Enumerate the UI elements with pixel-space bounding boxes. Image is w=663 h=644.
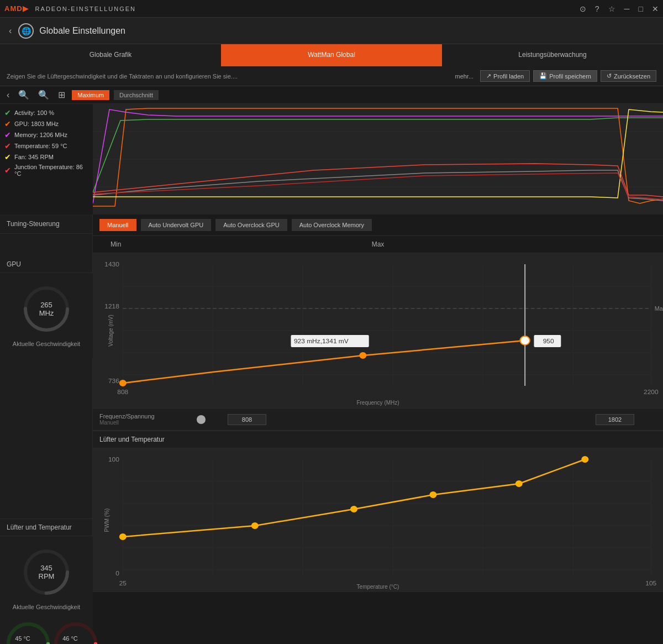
mode-maximum-btn[interactable]: Maximum [72,90,109,100]
monitor-chart [93,104,663,214]
zoom-in-btn[interactable]: 🔍 [16,88,31,101]
gpu-gauge-area: 265 MHz Aktuelle Geschwindigkeit [0,273,93,358]
svg-text:950: 950 [543,338,554,344]
app-header: ‹ 🌐 Globale Einstellungen [0,18,663,44]
tuning-manuell-btn[interactable]: Manuell [99,219,136,231]
svg-rect-41 [93,448,663,592]
window-controls: ⊙ ? ☆ ─ □ ✕ [580,4,659,13]
tuning-overclock-gpu-btn[interactable]: Auto Overclock GPU [215,219,287,231]
legend-junction: ✔ Junction Temperature: 86 °C [4,164,88,177]
current-temp-gauge: 45 °C CurrentTemperature [3,619,42,644]
tab-wattman[interactable]: WattMan Global [221,44,442,66]
svg-point-60 [350,506,357,512]
monitor-legend: ✔ Activity: 100 % ✔ GPU: 1803 MHz ✔ Memo… [0,104,93,214]
freq-min-input[interactable] [228,414,266,425]
tab-leistung[interactable]: Leistungsüberwachung [442,44,663,66]
svg-point-61 [429,491,436,498]
junction-temp-value: 46 °C [62,635,78,642]
minimize-icon[interactable]: ─ [624,4,630,13]
svg-text:Max: Max [655,306,663,312]
gpu-sidebar-label: GPU [0,256,92,273]
page-title: Globale Einstellungen [39,26,125,36]
gpu-chart-container: Voltage (mV) 1430 12 [93,253,663,408]
fan-chart-svg: 100 0 25 105 [93,448,663,592]
left-sidebar: Tuning-Steuerung GPU 265 MHz Aktuelle Ge… [0,214,93,644]
legend-activity: ✔ Activity: 100 % [4,108,88,117]
gpu-minmax-row: Min Max [93,236,663,253]
fan-y-axis-label: PWM (%) [104,509,110,532]
junction-temp-ring: 46 °C [51,619,90,644]
freq-voltage-toggle[interactable] [197,415,206,424]
svg-text:0: 0 [115,570,119,576]
svg-point-58 [119,533,127,540]
app-title: RADEON-EINSTELLUNGEN [35,6,580,12]
gpu-x-axis-label: Frequency (MHz) [356,400,399,406]
fan-speed-gauge: 345 RPM [22,547,71,597]
svg-point-35 [359,352,366,359]
fan-gauge-label: Aktuelle Geschwindigkeit [13,604,80,610]
fan-gauge-value: 345 RPM [34,564,59,580]
legend-gpu: ✔ GPU: 1803 MHz [4,119,88,128]
freq-voltage-sub-label: Manuell [99,420,192,426]
freq-values [206,414,656,425]
close-icon[interactable]: ✕ [652,4,659,13]
profil-speichern-button[interactable]: 💾 Profil speichern [533,70,597,82]
fan-sidebar-label: Lüfter und Temperatur [0,519,92,536]
monitor-area: ✔ Activity: 100 % ✔ GPU: 1803 MHz ✔ Memo… [0,104,663,214]
svg-text:808: 808 [117,389,128,395]
tuning-overclock-mem-btn[interactable]: Auto Overclock Memory [292,219,372,231]
monitor-back-btn[interactable]: ‹ [4,89,12,101]
fullscreen-btn[interactable]: ⊞ [56,88,67,101]
fan-chart-container: PWM (%) 100 0 [93,448,663,592]
monitor-controls: ‹ 🔍 🔍 ⊞ Maximum Durchschnitt [0,86,663,104]
legend-temperature: ✔ Temperature: 59 °C [4,142,88,150]
svg-point-62 [515,480,523,487]
main-content: Manuell Auto Undervolt GPU Auto Overcloc… [93,214,663,644]
tuning-buttons-bar: Manuell Auto Undervolt GPU Auto Overcloc… [93,214,663,236]
fan-x-axis-label: Temperature (°C) [357,584,399,590]
svg-point-59 [251,522,259,529]
gpu-speed-gauge: 265 MHz [22,284,71,334]
svg-text:25: 25 [119,580,127,586]
profil-laden-button[interactable]: ↗ Profil laden [480,70,530,82]
current-temp-value: 45 °C [15,635,30,642]
current-temp-ring: 45 °C [3,619,42,644]
svg-point-36 [520,336,529,345]
zoom-out-btn[interactable]: 🔍 [36,88,51,101]
help-icon[interactable]: ? [595,4,599,13]
fan-gauge-area: 345 RPM Aktuelle Geschwindigkeit 45 °C C… [0,536,93,644]
tabs-bar: Globale Grafik WattMan Global Leistungsü… [0,44,663,66]
activity-icon[interactable]: ⊙ [580,4,586,13]
freq-max-input[interactable] [596,414,634,425]
gpu-gauge-value: 265 MHz [34,301,59,317]
legend-fan: ✔ Fan: 345 RPM [4,153,88,161]
main-layout: Tuning-Steuerung GPU 265 MHz Aktuelle Ge… [0,214,663,644]
back-button[interactable]: ‹ [9,26,12,36]
temp-gauges: 45 °C CurrentTemperature 46 °C JunctionT… [3,619,90,644]
svg-text:1218: 1218 [104,303,119,309]
gpu-min-label: Min [110,240,121,248]
tuning-section-header: Tuning-Steuerung [0,214,92,234]
legend-memory: ✔ Memory: 1206 MHz [4,130,88,139]
freq-voltage-label: Frequenz/Spannung Manuell [99,413,192,426]
svg-text:1430: 1430 [104,261,119,267]
zuruecksetzen-button[interactable]: ↺ Zurücksetzen [601,70,656,82]
svg-text:105: 105 [645,580,656,586]
fan-section-title: Lüfter und Temperatur [93,430,663,448]
svg-text:100: 100 [108,456,119,462]
svg-text:736: 736 [108,378,119,384]
maximize-icon[interactable]: □ [639,4,643,13]
monitor-svg [93,104,663,214]
star-icon[interactable]: ☆ [608,4,615,13]
mehr-link[interactable]: mehr... [455,73,473,80]
info-bar: Zeigen Sie die Lüftergeschwindigkeit und… [0,66,663,86]
info-actions: ↗ Profil laden 💾 Profil speichern ↺ Zurü… [480,70,656,82]
tuning-undervolt-btn[interactable]: Auto Undervolt GPU [141,219,212,231]
gpu-gauge-label: Aktuelle Geschwindigkeit [13,341,80,347]
gpu-chart-svg: 1430 1218 736 808 2200 Max 92 [93,253,663,408]
tab-grafik[interactable]: Globale Grafik [0,44,221,66]
mode-durchschnitt-btn[interactable]: Durchschnitt [114,90,159,100]
gpu-max-label: Max [372,240,385,248]
title-bar: AMD▶ RADEON-EINSTELLUNGEN ⊙ ? ☆ ─ □ ✕ [0,0,663,18]
svg-point-63 [581,456,588,463]
